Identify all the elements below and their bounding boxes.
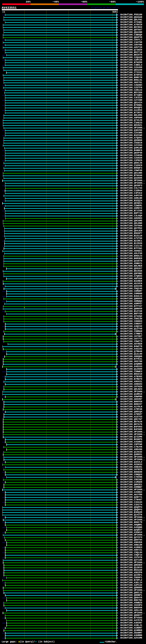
- svg-text:UniRef100_Q83WI1: UniRef100_Q83WI1: [120, 202, 142, 204]
- svg-text:UniRef100_A5WBZ5: UniRef100_A5WBZ5: [120, 602, 142, 604]
- svg-text:UniRef100_Q6K2E1: UniRef100_Q6K2E1: [120, 484, 142, 486]
- svg-text:~60%: ~60%: [81, 0, 87, 3]
- svg-text:UniRef100_B7FK31: UniRef100_B7FK31: [120, 358, 142, 360]
- svg-text:UniRef100_Q8DBP1: UniRef100_Q8DBP1: [120, 594, 142, 596]
- svg-text:UniRef100_Q8LFW1: UniRef100_Q8LFW1: [120, 18, 142, 21]
- svg-text:UniRef100_Q43070: UniRef100_Q43070: [120, 260, 142, 262]
- svg-text:UniRef100_C3AT58: UniRef100_C3AT58: [120, 41, 142, 44]
- svg-text:UniRef100_C2YZU3: UniRef100_C2YZU3: [120, 144, 142, 147]
- svg-text:UniRef100_UPI000..: UniRef100_UPI000..: [120, 612, 145, 614]
- svg-text:UniRef100_C3BAQ0: UniRef100_C3BAQ0: [120, 34, 142, 36]
- svg-text:UniRef100_C0MGM7: UniRef100_C0MGM7: [120, 290, 142, 292]
- svg-text:UniRef100_B7HGB1: UniRef100_B7HGB1: [120, 104, 142, 106]
- svg-text:UniRef100_B5UQP2: UniRef100_B5UQP2: [120, 106, 142, 109]
- svg-text:UniRef100_A4J8V2: UniRef100_A4J8V2: [120, 109, 142, 112]
- svg-text:UniRef100_Q2BYY1: UniRef100_Q2BYY1: [120, 496, 142, 498]
- svg-text:UniRef100_C5NWE3: UniRef100_C5NWE3: [120, 370, 142, 373]
- svg-text:UniRef100_C7MNF1: UniRef100_C7MNF1: [120, 332, 142, 335]
- svg-text:UniRef100_C3BSL3: UniRef100_C3BSL3: [120, 64, 142, 66]
- svg-text:UniRef100_C6TNT8: UniRef100_C6TNT8: [120, 468, 142, 471]
- svg-text:UniRef100_C2R1I3: UniRef100_C2R1I3: [120, 89, 142, 92]
- svg-text:UniRef100_Q1V8F1: UniRef100_Q1V8F1: [120, 574, 142, 576]
- svg-text:UniRef100_A4SHN3: UniRef100_A4SHN3: [120, 441, 142, 443]
- svg-text:UniRef100_A1R8E3: UniRef100_A1R8E3: [120, 546, 142, 549]
- svg-text:UniRef100_B8KFE0: UniRef100_B8KFE0: [120, 400, 142, 403]
- svg-text:UniRef100_B6THJ8: UniRef100_B6THJ8: [120, 420, 142, 423]
- svg-text:UniRef100_A7RFA6: UniRef100_A7RFA6: [120, 408, 142, 410]
- svg-text:UniRef100_A1RLJ1: UniRef100_A1RLJ1: [120, 624, 142, 627]
- svg-text:UniRef100_Q2QD27: UniRef100_Q2QD27: [120, 529, 142, 531]
- svg-text:UniRef100_O65780: UniRef100_O65780: [120, 360, 142, 363]
- svg-text:UniRef100_C3P3C2: UniRef100_C3P3C2: [120, 192, 142, 194]
- svg-text:UniRef100_Q6AIB9: UniRef100_Q6AIB9: [120, 31, 142, 34]
- svg-text:UniRef100_UPI000..: UniRef100_UPI000..: [120, 433, 145, 436]
- svg-text:UniRef100_B1ID20: UniRef100_B1ID20: [120, 242, 142, 245]
- svg-text:UniRef100_A6WLD8: UniRef100_A6WLD8: [120, 544, 142, 546]
- svg-text:UniRef100_C6T9D7: UniRef100_C6T9D7: [120, 335, 142, 338]
- svg-text:UniRef100_Q12KV3: UniRef100_Q12KV3: [120, 566, 142, 569]
- svg-text:UniRef100_B4FG89: UniRef100_B4FG89: [120, 428, 142, 431]
- svg-text:UniRef100_Q72XJ5: UniRef100_Q72XJ5: [120, 119, 142, 122]
- svg-text:UniRef100_C2U5X8: UniRef100_C2U5X8: [120, 157, 142, 159]
- svg-text:UniRef100_C6T9U6: UniRef100_C6T9U6: [120, 224, 142, 227]
- svg-text:UniRef100_C5SEC8: UniRef100_C5SEC8: [120, 142, 142, 144]
- svg-text:UniRef100_Q8LNZ3: UniRef100_Q8LNZ3: [120, 388, 142, 390]
- svg-text:UniRef100_Q1XG32: UniRef100_Q1XG32: [120, 451, 142, 453]
- svg-text:UniRef100_Q58IJ6: UniRef100_Q58IJ6: [120, 162, 142, 164]
- svg-text:UniRef100_B9GXJ3: UniRef100_B9GXJ3: [120, 255, 142, 257]
- svg-text:UniRef100_A1Y9L8: UniRef100_A1Y9L8: [120, 406, 142, 408]
- svg-text:UniRef100_A3URR6: UniRef100_A3URR6: [120, 634, 142, 637]
- svg-text:UniRef100_A0KYZ1: UniRef100_A0KYZ1: [120, 549, 142, 551]
- svg-text:UniRef100_UPI000..: UniRef100_UPI000..: [120, 126, 145, 129]
- svg-text:UniRef100_C2W2B4: UniRef100_C2W2B4: [120, 84, 142, 86]
- svg-text:UniRef100_B3KQ39: UniRef100_B3KQ39: [120, 511, 142, 514]
- svg-text:UniRef100_Q4QRB0: UniRef100_Q4QRB0: [120, 363, 142, 365]
- svg-text:UniRef100_A3QCV2: UniRef100_A3QCV2: [120, 325, 142, 328]
- svg-text:~80%: ~80%: [109, 0, 116, 3]
- svg-text:UniRef100_B0P744: UniRef100_B0P744: [120, 212, 142, 214]
- svg-text:UniRef100_Q630F3: UniRef100_Q630F3: [120, 184, 142, 187]
- svg-text:UniRef100_Q553X7: UniRef100_Q553X7: [120, 267, 142, 270]
- svg-text:UniRef100_A9VTI8: UniRef100_A9VTI8: [120, 46, 142, 49]
- svg-text:UniRef100_B9J5S5: UniRef100_B9J5S5: [120, 270, 142, 272]
- svg-text:UniRef100_C3XA34: UniRef100_C3XA34: [120, 501, 142, 504]
- svg-text:UniRef100_A4SNG4: UniRef100_A4SNG4: [120, 491, 142, 494]
- svg-text:UniRef100_A7ZAB1: UniRef100_A7ZAB1: [120, 21, 142, 24]
- svg-text:UniRef100_Q3A3L2: UniRef100_Q3A3L2: [120, 461, 142, 463]
- svg-text:UniRef100_A7GVI9: UniRef100_A7GVI9: [120, 24, 142, 26]
- svg-text:UniRef100_Q5R8D0: UniRef100_Q5R8D0: [120, 586, 142, 589]
- svg-text:UniRef100_UPI000..: UniRef100_UPI000..: [120, 518, 145, 521]
- svg-text:UniRef100_Q0HT94: UniRef100_Q0HT94: [120, 539, 142, 541]
- svg-text:|1: |1: [2, 11, 5, 13]
- svg-text:UniRef100_B7IRY3: UniRef100_B7IRY3: [120, 112, 142, 114]
- svg-text:UniRef100_C2MTZ6: UniRef100_C2MTZ6: [120, 59, 142, 61]
- svg-text:UniRef100_Q5QPP3: UniRef100_Q5QPP3: [120, 508, 142, 511]
- svg-text:UniRef100_P55180: UniRef100_P55180: [120, 14, 142, 16]
- svg-text:UniRef100_B7HXA0: UniRef100_B7HXA0: [120, 174, 142, 177]
- svg-text:UniRef100_A6B381: UniRef100_A6B381: [120, 466, 142, 468]
- svg-text:UniRef100_B9GL51: UniRef100_B9GL51: [120, 79, 142, 81]
- svg-text:UniRef100_C5WZT3: UniRef100_C5WZT3: [120, 340, 142, 343]
- svg-text:UniRef100_B3ZQI4: UniRef100_B3ZQI4: [120, 200, 142, 202]
- svg-text:UniRef100_C2STF6: UniRef100_C2STF6: [120, 86, 142, 89]
- svg-text:UniRef100_Q7ZZM6: UniRef100_Q7ZZM6: [120, 436, 142, 438]
- svg-text:UniRef100_C9NUV7: UniRef100_C9NUV7: [120, 322, 142, 325]
- svg-text:UniRef100_C6THZ0: UniRef100_C6THZ0: [120, 386, 142, 388]
- svg-text:=100char.: =100char.: [105, 640, 117, 643]
- svg-text:UniRef100_O65781: UniRef100_O65781: [120, 81, 142, 84]
- svg-text:UniRef100_Q7XZQ2: UniRef100_Q7XZQ2: [120, 315, 142, 318]
- svg-text:UniRef100_B5E6P7: UniRef100_B5E6P7: [120, 232, 142, 234]
- svg-text:UniRef100_A8AWZ1: UniRef100_A8AWZ1: [120, 250, 142, 252]
- svg-text:UniRef100_C2Q428: UniRef100_C2Q428: [120, 56, 142, 59]
- svg-text:UniRef100_A6QBM1: UniRef100_A6QBM1: [120, 524, 142, 526]
- svg-text:UniRef100_A7N507: UniRef100_A7N507: [120, 413, 142, 416]
- svg-text:UniRef100_Q3EV55: UniRef100_Q3EV55: [120, 129, 142, 132]
- svg-text:UniRef100_C0D9F1: UniRef100_C0D9F1: [120, 576, 142, 579]
- svg-text:UniRef100_C3LGQ8: UniRef100_C3LGQ8: [120, 214, 142, 217]
- svg-text:UniRef100_B5Y3S0: UniRef100_B5Y3S0: [120, 92, 142, 94]
- svg-text:UniRef100_B8LME8: UniRef100_B8LME8: [120, 265, 142, 267]
- svg-text:UniRef100_B7JIG6: UniRef100_B7JIG6: [120, 210, 142, 212]
- svg-text:UniRef100_B5V8Z1: UniRef100_B5V8Z1: [120, 124, 142, 126]
- svg-text:UniRef100_B3ZCW0: UniRef100_B3ZCW0: [120, 134, 142, 136]
- svg-text:UniRef100_Q084Y5: UniRef100_Q084Y5: [120, 596, 142, 599]
